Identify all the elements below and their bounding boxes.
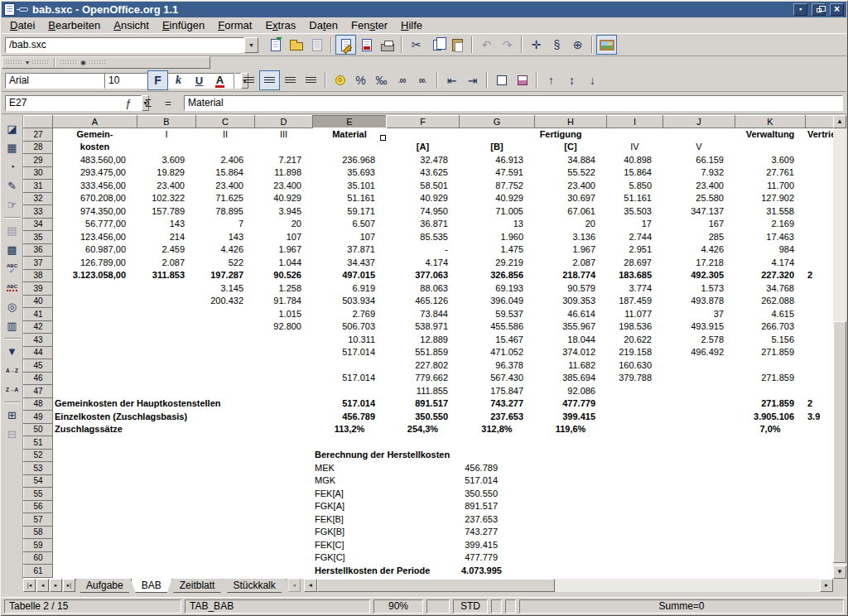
align-right-button[interactable] [280,70,301,90]
cell-B41[interactable] [137,308,196,321]
cell-G48[interactable]: 743.277 [460,397,535,411]
cell-D32[interactable]: 40.929 [255,192,313,205]
sheet-tab-stückkalk[interactable]: Stückkalk [222,579,286,593]
cell-G51[interactable] [460,436,535,450]
cell-G50[interactable]: 312,8% [460,423,535,436]
cell-K54[interactable] [735,474,806,488]
cell-D42[interactable]: 92.800 [255,320,313,334]
cell-I30[interactable]: 15.864 [607,166,663,180]
cell-I58[interactable] [607,526,663,539]
cell-H33[interactable]: 67.061 [535,205,607,219]
cell-J49[interactable] [663,411,735,424]
cell-G56[interactable]: 891.517 [460,500,535,513]
cell-I59[interactable] [607,539,663,552]
cell-H39[interactable]: 90.579 [535,282,607,296]
cell-B47[interactable] [137,385,196,398]
cell-B46[interactable] [137,372,196,385]
cell-E31[interactable]: 35.101 [313,180,387,193]
cell-F37[interactable]: 4.174 [387,257,460,270]
cell-L44[interactable] [806,346,834,359]
cell-D35[interactable]: 107 [255,231,313,244]
italic-button[interactable]: k [168,70,189,90]
cell-E55[interactable]: FEK[A] [313,488,460,501]
cell-K31[interactable]: 11.700 [735,180,806,193]
cell-G32[interactable]: 40.929 [460,192,535,205]
vertical-scrollbar[interactable]: ▲ ▼ [833,115,846,579]
align-center-button[interactable] [259,70,280,90]
cell-L59[interactable] [806,539,834,552]
currency-format-button[interactable]: 0 [330,70,350,90]
cell-I44[interactable]: 219.158 [607,346,663,359]
cell-E45[interactable] [313,359,387,373]
cell-K56[interactable] [735,500,806,513]
cell-H52[interactable] [535,449,607,462]
cell-A32[interactable]: 670.208,00 [53,192,137,205]
cell-H60[interactable] [535,551,607,565]
url-combo[interactable]: ▼ [5,37,258,53]
status-zoom[interactable]: 90% [373,599,423,614]
cell-I57[interactable] [607,513,663,527]
cell-A54[interactable] [53,474,137,488]
cell-L49[interactable]: 3.9 [806,411,834,424]
cell-L55[interactable] [806,488,834,501]
cell-F33[interactable]: 74.950 [387,205,460,219]
stylist-icon[interactable]: § [547,35,567,55]
cell-K43[interactable]: 5.156 [735,334,806,347]
cell-K32[interactable]: 127.902 [735,192,806,205]
cell-K49[interactable]: 3.905.106 [735,411,806,424]
cell-E50[interactable]: 113,2% [313,423,387,436]
cell-B61[interactable] [137,565,196,578]
cell-C32[interactable]: 71.625 [196,192,255,205]
cell-I37[interactable]: 28.697 [607,257,663,270]
menu-datei[interactable]: Datei [3,18,41,32]
cell-J51[interactable] [663,436,735,450]
menu-einfügen[interactable]: Einfügen [156,18,211,32]
open-icon[interactable] [286,35,306,55]
cell-L40[interactable] [806,295,834,308]
cell-L41[interactable] [806,308,834,321]
cell-L46[interactable] [806,372,834,385]
cell-F47[interactable]: 111.855 [387,385,460,398]
cell-H59[interactable] [535,539,607,552]
cell-G47[interactable]: 175.847 [460,385,535,398]
cell-E46[interactable]: 517.014 [313,372,387,385]
cell-H49[interactable]: 399.415 [535,411,607,424]
cell-H42[interactable]: 355.967 [535,320,607,334]
cell-K45[interactable] [735,359,806,373]
row-header-32[interactable]: 32 [24,192,53,205]
cell-H30[interactable]: 55.522 [535,166,607,180]
cell-A41[interactable] [53,308,137,321]
cell-F31[interactable]: 58.501 [387,180,460,193]
form-controls-icon[interactable]: ☞ [2,195,22,214]
cell-L54[interactable] [806,474,834,488]
cell-D39[interactable]: 1.258 [255,282,313,296]
cell-C35[interactable]: 143 [196,231,255,244]
cell-G40[interactable]: 396.049 [460,295,535,308]
cell-G54[interactable]: 517.014 [460,474,535,488]
cell-D33[interactable]: 3.945 [255,205,313,219]
app-icon[interactable] [4,3,15,16]
group-icon[interactable]: ⊞ [2,406,22,425]
cell-L50[interactable] [806,423,834,436]
menu-extras[interactable]: Extras [258,18,302,32]
cell-J44[interactable]: 496.492 [663,346,735,359]
cell-J57[interactable] [663,513,735,527]
function-wizard-icon[interactable]: ƒ [119,94,137,111]
cell-G42[interactable]: 455.586 [460,320,535,334]
cell-B40[interactable] [137,295,196,308]
cell-A44[interactable] [53,346,137,359]
cell-E42[interactable]: 506.703 [313,320,387,334]
cell-E37[interactable]: 34.437 [313,257,387,270]
align-justify-button[interactable] [301,70,321,90]
cell-C53[interactable] [196,462,255,475]
cell-C29[interactable]: 2.406 [196,154,255,167]
cell-G39[interactable]: 69.193 [460,282,535,296]
cell-F46[interactable]: 779.662 [387,372,460,385]
edit-file-icon[interactable] [335,35,356,55]
formula-input[interactable] [184,95,843,111]
cell-E34[interactable]: 6.507 [313,218,387,231]
menu-ansicht[interactable]: Ansicht [107,18,156,32]
cell-H54[interactable] [535,474,607,488]
cell-C58[interactable] [196,526,255,539]
menu-bearbeiten[interactable]: Bearbeiten [41,18,107,32]
